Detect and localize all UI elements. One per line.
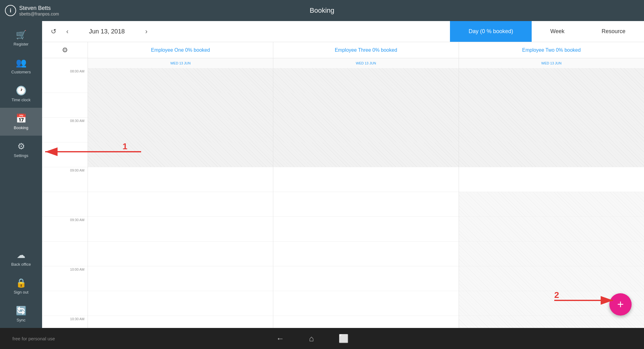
cell-1-2[interactable]: [88, 93, 273, 118]
cell-2-2[interactable]: [273, 93, 458, 118]
sidebar-item-customers[interactable]: 👥 Customers: [0, 52, 42, 80]
sidebar-item-backoffice[interactable]: ☁ Back office: [0, 244, 42, 272]
sidebar-label-sync: Sync: [17, 318, 26, 322]
cell-3-9[interactable]: [459, 266, 644, 291]
backoffice-icon: ☁: [17, 250, 25, 260]
cell-1-10[interactable]: [88, 291, 273, 316]
sidebar-item-timeclock[interactable]: 🕐 Time clock: [0, 80, 42, 108]
recent-nav-icon[interactable]: ⬜: [339, 334, 348, 343]
time-empty-4: [42, 242, 88, 266]
employee-col-2: Employee Three 0% booked: [273, 42, 459, 58]
header-gutter: ⚙: [42, 42, 88, 58]
cal-col-2: [273, 68, 459, 328]
cell-2-3[interactable]: [273, 118, 458, 142]
cell-2-6[interactable]: [273, 192, 458, 217]
date-sub-cols: WED 13 JUN WED 13 JUN WED 13 JUN: [88, 58, 644, 68]
info-icon: i: [5, 5, 16, 16]
cell-3-7[interactable]: [459, 217, 644, 242]
date-col-3: WED 13 JUN: [459, 58, 644, 68]
cell-2-8[interactable]: [273, 242, 458, 266]
calendar-header: ⚙ Employee One 0% booked Employee Three …: [42, 42, 644, 58]
sidebar-item-signout[interactable]: 🔒 Sign out: [0, 272, 42, 300]
toolbar: ↺ ‹ Jun 13, 2018 › Day (0 % booked) Week…: [42, 21, 644, 42]
customers-icon: 👥: [16, 58, 27, 68]
cell-1-7[interactable]: [88, 217, 273, 242]
cell-1-4[interactable]: [88, 142, 273, 167]
content-area: ↺ ‹ Jun 13, 2018 › Day (0 % booked) Week…: [42, 21, 644, 328]
refresh-button[interactable]: ↺: [48, 25, 59, 38]
booking-icon: 📅: [16, 113, 27, 124]
user-info: i Steven Betts sbetts@franpos.com: [5, 5, 59, 16]
top-bar: i Steven Betts sbetts@franpos.com Bookin…: [0, 0, 644, 21]
user-name: Steven Betts: [19, 5, 59, 11]
cell-1-6[interactable]: [88, 192, 273, 217]
tab-group: Day (0 % booked) Week Resource: [450, 21, 644, 42]
bottom-bar-text: free for personal use: [12, 336, 55, 341]
cell-2-7[interactable]: [273, 217, 458, 242]
cell-3-6[interactable]: [459, 192, 644, 217]
cell-2-1[interactable]: [273, 68, 458, 93]
bottom-nav: ← ⌂ ⬜: [276, 334, 348, 343]
sidebar-label-customers: Customers: [11, 70, 31, 74]
sidebar-item-register[interactable]: 🛒 Register: [0, 24, 42, 52]
home-nav-icon[interactable]: ⌂: [309, 334, 314, 343]
settings-icon: ⚙: [17, 141, 25, 151]
cell-1-5[interactable]: [88, 167, 273, 192]
prev-button[interactable]: ‹: [64, 25, 71, 38]
cell-1-11[interactable]: [88, 316, 273, 328]
sub-gutter: [42, 58, 88, 68]
cell-1-9[interactable]: [88, 266, 273, 291]
add-booking-fab[interactable]: +: [609, 293, 632, 316]
tab-week[interactable]: Week: [532, 21, 583, 42]
time-0930: 09:30 AM: [42, 217, 88, 242]
time-0800: 08:00 AM: [42, 68, 88, 93]
time-1030: 10:30 AM: [42, 316, 88, 328]
date-col-1: WED 13 JUN: [88, 58, 273, 68]
next-button[interactable]: ›: [143, 25, 150, 38]
cal-col-1: [88, 68, 273, 328]
cell-3-1[interactable]: [459, 68, 644, 93]
calendar-body: 08:00 AM 08:30 AM 09:00 AM 09:30 AM 10:0…: [42, 68, 644, 328]
register-icon: 🛒: [16, 30, 27, 40]
sidebar-item-sync[interactable]: 🔄 Sync: [0, 300, 42, 328]
sidebar-label-timeclock: Time clock: [11, 98, 31, 102]
page-title: Booking: [310, 7, 335, 15]
cell-2-11[interactable]: [273, 316, 458, 328]
cell-2-5[interactable]: [273, 167, 458, 192]
gear-icon[interactable]: ⚙: [62, 46, 68, 54]
sync-icon: 🔄: [16, 306, 27, 316]
tab-day[interactable]: Day (0 % booked): [450, 21, 532, 42]
employee-col-3: Employee Two 0% booked: [459, 42, 644, 58]
main-layout: 🛒 Register 👥 Customers 🕐 Time clock 📅 Bo…: [0, 21, 644, 328]
cell-1-3[interactable]: [88, 118, 273, 142]
sidebar-label-register: Register: [14, 42, 28, 46]
bottom-bar: free for personal use ← ⌂ ⬜: [0, 328, 644, 349]
cell-3-11[interactable]: [459, 316, 644, 328]
date-label: Jun 13, 2018: [76, 28, 138, 35]
cell-3-4[interactable]: [459, 142, 644, 167]
header-columns: Employee One 0% booked Employee Three 0%…: [88, 42, 644, 58]
back-nav-icon[interactable]: ←: [276, 334, 284, 343]
sidebar-label-backoffice: Back office: [11, 262, 31, 267]
cell-3-5[interactable]: [459, 167, 644, 192]
cell-1-1[interactable]: [88, 68, 273, 93]
employee-col-1: Employee One 0% booked: [88, 42, 273, 58]
time-0900: 09:00 AM: [42, 167, 88, 192]
cell-2-9[interactable]: [273, 266, 458, 291]
time-empty-1: [42, 93, 88, 118]
cell-1-8[interactable]: [88, 242, 273, 266]
timeclock-icon: 🕐: [16, 85, 27, 96]
cal-col-3: [459, 68, 644, 328]
user-email: sbetts@franpos.com: [19, 11, 59, 16]
cell-2-10[interactable]: [273, 291, 458, 316]
sidebar-item-settings[interactable]: ⚙ Settings: [0, 136, 42, 164]
sidebar-item-booking[interactable]: 📅 Booking: [0, 108, 42, 136]
tab-resource[interactable]: Resource: [583, 21, 644, 42]
time-1000: 10:00 AM: [42, 266, 88, 291]
cell-3-3[interactable]: [459, 118, 644, 142]
cell-3-2[interactable]: [459, 93, 644, 118]
cell-3-8[interactable]: [459, 242, 644, 266]
sidebar-label-booking: Booking: [14, 125, 28, 130]
date-sub-header: WED 13 JUN WED 13 JUN WED 13 JUN: [42, 58, 644, 68]
cell-2-4[interactable]: [273, 142, 458, 167]
